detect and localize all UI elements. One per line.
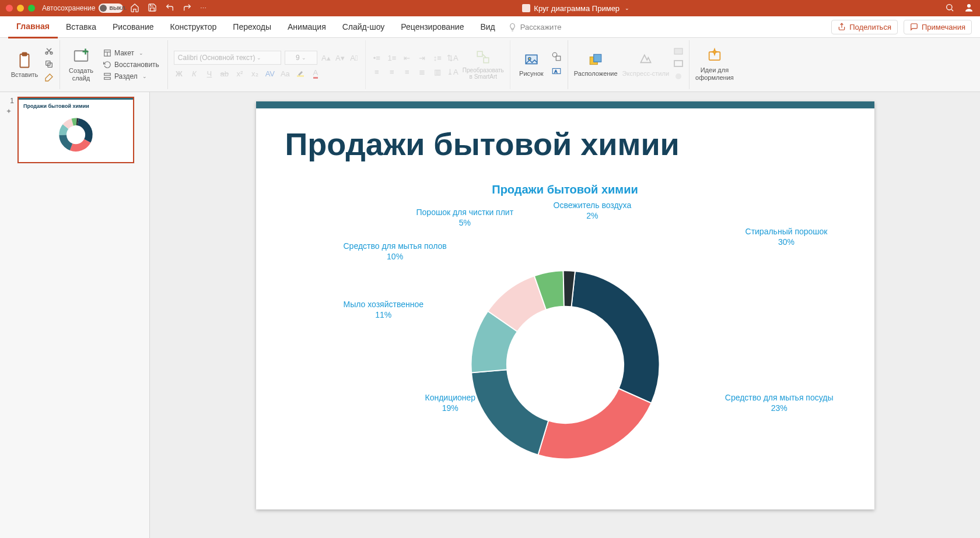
increase-indent-icon[interactable]: ⇥ (417, 52, 428, 63)
highlight-icon[interactable] (295, 68, 306, 79)
tab-review[interactable]: Рецензирование (393, 16, 472, 37)
section-button[interactable]: Раздел⌄ (101, 72, 162, 81)
autosave-toggle[interactable]: Автосохранение ВЫКЛ. (42, 3, 123, 13)
font-size-combo[interactable]: 9⌄ (285, 51, 317, 65)
tab-transitions[interactable]: Переходы (225, 16, 279, 37)
justify-icon[interactable]: ≣ (417, 66, 428, 77)
slide-thumbnail-panel: 1 ✦ Продажи бытовой химии (0, 92, 150, 538)
quick-styles-button[interactable]: Экспресс-стили (622, 52, 669, 78)
group-paragraph: •≡ 1≡ ⇤ ⇥ ↕≡ ⇅A ≡ ≡ ≡ ≣ ▥ ⤓A Преобразова… (366, 40, 510, 89)
paste-button[interactable]: Вставить (9, 51, 40, 79)
tab-slideshow[interactable]: Слайд-шоу (334, 16, 393, 37)
data-label-0: Стиральный порошок30% (746, 227, 828, 247)
donut-chart (454, 254, 676, 475)
text-box-icon[interactable]: A (551, 66, 562, 78)
thumbnail-title: Продажи бытовой химии (23, 103, 128, 109)
ribbon-tabs: Главная Вставка Рисование Конструктор Пе… (0, 16, 980, 38)
shape-outline-icon[interactable] (674, 60, 683, 70)
layout-button[interactable]: Макет⌄ (101, 48, 162, 58)
slide-thumbnail-1[interactable]: Продажи бытовой химии (18, 97, 134, 163)
undo-icon[interactable] (165, 3, 174, 14)
svg-rect-23 (484, 58, 489, 63)
superscript-icon[interactable]: x² (235, 68, 245, 79)
slide-1[interactable]: Продажи бытовой химии Продажи бытовой хи… (256, 101, 874, 509)
home-icon[interactable] (130, 3, 139, 14)
reset-icon (103, 61, 111, 69)
data-label-6: Освежитель воздуха2% (554, 201, 632, 221)
tab-insert[interactable]: Вставка (58, 16, 104, 37)
tab-view[interactable]: Вид (472, 16, 503, 37)
quick-styles-icon (637, 52, 654, 68)
convert-smartart-button[interactable]: Преобразовать в SmartArt (463, 50, 504, 80)
line-spacing-icon[interactable]: ↕≡ (432, 52, 443, 63)
account-icon[interactable] (964, 2, 974, 15)
data-label-2: Кондиционер19% (425, 393, 476, 413)
font-color-icon[interactable]: A (310, 68, 321, 79)
decrease-font-icon[interactable]: A▾ (335, 52, 345, 63)
group-font: Calibri (Основной текст)⌄ 9⌄ A▴ A▾ A⃠ Ж … (168, 40, 366, 89)
bold-icon[interactable]: Ж (174, 68, 184, 79)
autosave-label: Автосохранение (42, 4, 95, 12)
slide-canvas-area[interactable]: Продажи бытовой химии Продажи бытовой хи… (150, 92, 980, 538)
new-slide-button[interactable]: Создать слайд (66, 47, 96, 82)
numbering-icon[interactable]: 1≡ (387, 52, 397, 63)
search-icon[interactable] (945, 3, 954, 14)
columns-icon[interactable]: ▥ (432, 66, 443, 77)
tab-home[interactable]: Главная (8, 16, 58, 38)
shape-effects-icon[interactable] (674, 72, 683, 82)
copy-icon[interactable] (44, 59, 54, 71)
svg-line-24 (482, 54, 487, 58)
tab-draw[interactable]: Рисование (104, 16, 162, 37)
redo-icon[interactable] (183, 3, 192, 14)
design-ideas-button[interactable]: Идеи для оформления (695, 48, 734, 81)
reset-button[interactable]: Восстановить (101, 60, 162, 69)
close-window-button[interactable] (6, 5, 13, 12)
format-painter-icon[interactable] (44, 73, 54, 84)
strike-icon[interactable]: ab (219, 68, 230, 79)
chart-object[interactable]: Продажи бытовой химии Стиральный порошок… (256, 177, 874, 509)
underline-icon[interactable]: Ч (204, 68, 215, 79)
bullets-icon[interactable]: •≡ (372, 52, 382, 63)
cut-icon[interactable] (44, 46, 54, 57)
svg-rect-28 (556, 56, 561, 61)
change-case-icon[interactable]: Aa (280, 68, 290, 79)
svg-rect-33 (674, 48, 682, 54)
zoom-window-button[interactable] (28, 5, 35, 12)
group-slides: Создать слайд Макет⌄ Восстановить Раздел… (60, 40, 168, 89)
title-bar: Автосохранение ВЫКЛ. ⋯ Круг диаграмма Пр… (0, 0, 980, 16)
new-slide-icon (72, 47, 90, 65)
thumbnail-chart-icon (55, 115, 96, 156)
quick-access-toolbar: ⋯ (130, 3, 206, 14)
align-left-icon[interactable]: ≡ (372, 66, 382, 77)
comments-button[interactable]: Примечания (904, 20, 972, 34)
align-right-icon[interactable]: ≡ (402, 66, 412, 77)
subscript-icon[interactable]: x₂ (250, 68, 260, 79)
shape-fill-icon[interactable] (674, 48, 683, 58)
tab-design[interactable]: Конструктор (162, 16, 225, 37)
arrange-button[interactable]: Расположение (574, 52, 618, 78)
clear-format-icon[interactable]: A⃠ (349, 52, 359, 63)
tab-animations[interactable]: Анимация (279, 16, 334, 37)
align-text-icon[interactable]: ⤓A (447, 66, 458, 77)
tell-me-search[interactable]: Расскажите (508, 23, 562, 31)
slide-title[interactable]: Продажи бытовой химии (285, 126, 845, 162)
italic-icon[interactable]: К (189, 68, 200, 79)
autosave-switch[interactable]: ВЫКЛ. (99, 3, 123, 13)
align-center-icon[interactable]: ≡ (387, 66, 397, 77)
text-direction-icon[interactable]: ⇅A (447, 52, 458, 63)
font-name-combo[interactable]: Calibri (Основной текст)⌄ (174, 51, 281, 65)
animation-indicator-icon: ✦ (6, 107, 14, 115)
decrease-indent-icon[interactable]: ⇤ (402, 52, 412, 63)
chevron-down-icon[interactable]: ⌄ (625, 5, 629, 11)
increase-font-icon[interactable]: A▴ (321, 52, 331, 63)
qat-customize-icon[interactable]: ⋯ (200, 5, 206, 12)
picture-button[interactable]: Рисунок (516, 52, 547, 78)
ribbon-home: Вставить Создать слайд Макет⌄ Восстанови… (0, 38, 980, 92)
svg-line-2 (951, 9, 953, 11)
text-effects-icon[interactable]: AV (265, 68, 275, 79)
save-icon[interactable] (148, 3, 157, 14)
minimize-window-button[interactable] (17, 5, 24, 12)
shapes-icon[interactable] (551, 51, 562, 64)
data-label-5: Порошок для чистки плит5% (416, 208, 514, 228)
share-button[interactable]: Поделиться (831, 20, 898, 34)
